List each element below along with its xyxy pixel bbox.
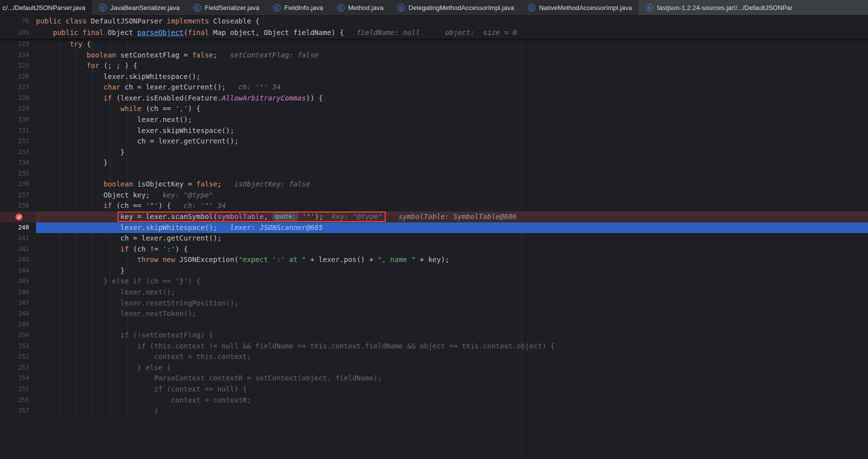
tab-fieldserializer[interactable]: CFieldSerializer.java	[187, 0, 266, 15]
tab-nativemethodaccessorimpl[interactable]: CNativeMethodAccessorImpl.java	[521, 0, 639, 15]
code-line[interactable]: throw new JSONException("expect ':' at "…	[36, 254, 868, 266]
code-line[interactable]: }	[36, 158, 868, 168]
code-token: final	[188, 28, 209, 36]
code-line[interactable]: }	[36, 147, 868, 158]
code-token: (ch ==	[142, 104, 175, 112]
code-line[interactable]: char ch = lexer.getCurrent(); ch: '"' 34	[36, 82, 868, 93]
code-line[interactable]: context = contextR;	[36, 395, 868, 406]
tab-delegatingmethodaccessorimpl[interactable]: CDelegatingMethodAccessorImpl.java	[390, 0, 521, 15]
line-number[interactable]: 231	[0, 126, 36, 136]
code-token	[158, 256, 162, 264]
line-number[interactable]: 225	[0, 60, 36, 72]
code-line[interactable]: lexer.skipWhitespace();	[36, 72, 868, 82]
line-number[interactable]: 243	[0, 254, 36, 266]
line-number[interactable]: 205	[0, 27, 36, 38]
tab-label: DelegatingMethodAccessorImpl.java	[408, 4, 514, 12]
code-token: ':'	[163, 245, 175, 253]
code-line[interactable]: ch = lexer.getCurrent();	[36, 136, 868, 147]
line-number[interactable]: 76	[0, 16, 36, 27]
line-number[interactable]: 238	[0, 200, 36, 212]
tab-method[interactable]: CMethod.java	[330, 0, 391, 15]
code-line[interactable]: ParseContext contextR = setContext(objec…	[36, 373, 868, 384]
code-line[interactable]: lexer.next();	[36, 287, 868, 298]
code-line[interactable]: try {	[36, 39, 868, 50]
code-token: lexer.nextToken();	[36, 310, 196, 318]
line-number[interactable]: 256	[0, 395, 36, 406]
code-line[interactable]: } else if (ch == '}') {	[36, 276, 868, 287]
line-number[interactable]: 234	[0, 158, 36, 168]
code-line[interactable]: lexer.skipWhitespace(); lexer: JSONScann…	[36, 222, 868, 234]
line-number[interactable]: 230	[0, 114, 36, 126]
line-number[interactable]: 237	[0, 190, 36, 201]
code-token: false	[192, 51, 213, 59]
tab-fieldinfo[interactable]: CFieldInfo.java	[266, 0, 330, 15]
code-token	[36, 202, 104, 210]
line-number[interactable]: 227	[0, 82, 36, 93]
code-line[interactable]: while (ch == ',') {	[36, 104, 868, 114]
line-number[interactable]: 248	[0, 308, 36, 320]
line-number[interactable]: 246	[0, 287, 36, 298]
line-number[interactable]: 235	[0, 168, 36, 180]
class-icon: C	[397, 4, 405, 12]
line-number[interactable]: 247	[0, 298, 36, 309]
line-number[interactable]: 233	[0, 147, 36, 158]
code-line[interactable]: }	[36, 406, 868, 416]
line-number[interactable]: 232	[0, 136, 36, 147]
code-line[interactable]: for (; ; ) {	[36, 60, 868, 72]
code-token	[323, 212, 332, 220]
line-number[interactable]: 253	[0, 362, 36, 374]
line-number[interactable]: 245	[0, 276, 36, 287]
code-line[interactable]: lexer.nextToken();	[36, 308, 868, 320]
code-line[interactable]: lexer.skipWhitespace();	[36, 126, 868, 136]
line-number[interactable]: 251	[0, 341, 36, 352]
line-number[interactable]: 228	[0, 93, 36, 104]
line-number[interactable]: 250	[0, 330, 36, 341]
line-number[interactable]: 226	[0, 72, 36, 82]
code-line[interactable]: }	[36, 266, 868, 276]
code-token: isObjectKey =	[133, 180, 196, 188]
line-number[interactable]: 240	[0, 222, 36, 234]
line-number[interactable]: 252	[0, 352, 36, 362]
code-line[interactable]: public final Object parseObject(final Ma…	[36, 27, 868, 38]
line-number[interactable]: 257	[0, 406, 36, 416]
code-row-205: 205 public final Object parseObject(fina…	[0, 27, 868, 38]
code-line[interactable]: if (lexer.isEnabled(Feature.AllowArbitra…	[36, 93, 868, 104]
code-line[interactable]: if (ch == '"') { ch: '"' 34	[36, 200, 868, 212]
code-line[interactable]: if (!setContextFlag) {	[36, 330, 868, 341]
line-number[interactable]: 244	[0, 266, 36, 276]
tab-fastjson-sources-jar[interactable]: Cfastjson-1.2.24-sources.jar!/.../Defaul…	[639, 0, 868, 15]
code-line[interactable]: public class DefaultJSONParser implement…	[36, 16, 868, 27]
code-line[interactable]	[36, 320, 868, 330]
line-number[interactable]: 229	[0, 104, 36, 114]
code-token: throw	[137, 256, 158, 264]
code-line[interactable]: key = lexer.scanSymbol(symbolTable, quot…	[36, 212, 868, 222]
code-row-237: 237 Object key; key: "@type"	[0, 190, 868, 201]
line-number[interactable]: 249	[0, 320, 36, 330]
code-line[interactable]: lexer.next();	[36, 114, 868, 126]
line-number[interactable]: 242	[0, 244, 36, 255]
code-line[interactable]: } else {	[36, 362, 868, 374]
code-line[interactable]: boolean setContextFlag = false; setConte…	[36, 50, 868, 61]
code-token: ) {	[175, 245, 188, 253]
code-line[interactable]: lexer.resetStringPosition();	[36, 298, 868, 309]
line-number[interactable]: 254	[0, 373, 36, 384]
code-line[interactable]: Object key; key: "@type"	[36, 190, 868, 201]
line-number[interactable]: 236	[0, 179, 36, 190]
code-row-238: 238 if (ch == '"') { ch: '"' 34	[0, 200, 868, 212]
tab-javabeanserializer[interactable]: CJavaBeanSerializer.java	[92, 0, 187, 15]
code-line[interactable]: if (ch != ':') {	[36, 244, 868, 255]
line-number[interactable]: 224	[0, 50, 36, 61]
code-row-231: 231 lexer.skipWhitespace();	[0, 126, 868, 136]
line-number[interactable]: 255	[0, 384, 36, 395]
tab-defaultjsonparser[interactable]: c/.../DefaultJSONParser.java	[0, 0, 92, 15]
code-line[interactable]: if (context == null) {	[36, 384, 868, 395]
code-line[interactable]: boolean isObjectKey = false; isObjectKey…	[36, 179, 868, 190]
code-line[interactable]: ch = lexer.getCurrent();	[36, 233, 868, 244]
line-number[interactable]: 223	[0, 39, 36, 50]
code-line[interactable]	[36, 168, 868, 180]
code-line[interactable]: context = this.context;	[36, 352, 868, 362]
breakpoint-gutter[interactable]	[0, 212, 36, 222]
code-line[interactable]: if (this.context != null && fieldName ==…	[36, 341, 868, 352]
code-token: ch = lexer.getCurrent();	[36, 234, 222, 242]
line-number[interactable]: 241	[0, 233, 36, 244]
